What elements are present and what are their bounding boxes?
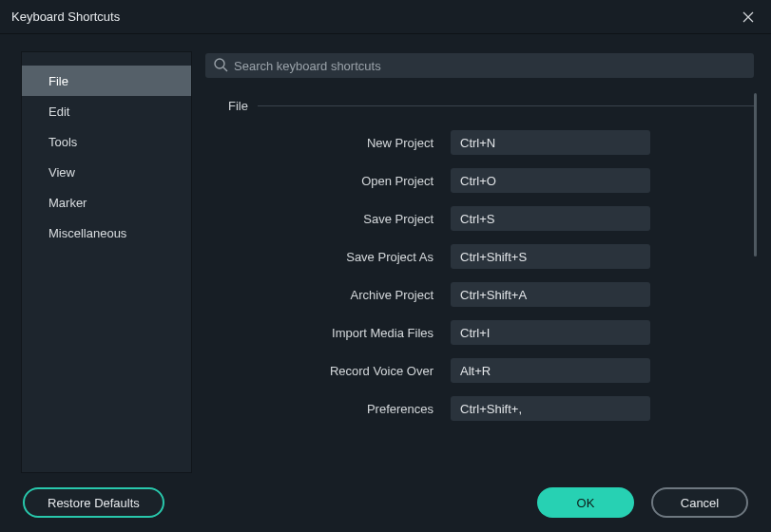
sidebar-item-label: Edit	[48, 104, 69, 119]
search-icon	[213, 57, 228, 75]
shortcut-row: Open Project Ctrl+O	[205, 168, 735, 193]
sidebar-item-label: File	[48, 74, 68, 88]
shortcut-row: Archive Project Ctrl+Shift+A	[205, 282, 735, 307]
search-input[interactable]	[234, 59, 746, 73]
dialog-title: Keyboard Shortcuts	[11, 10, 120, 24]
shortcut-label: Archive Project	[205, 288, 434, 302]
shortcut-keys: Ctrl+O	[460, 174, 496, 188]
shortcut-field[interactable]: Alt+R	[451, 358, 650, 383]
svg-line-1	[223, 67, 227, 71]
shortcut-field[interactable]: Ctrl+S	[451, 206, 650, 231]
footer-right: OK Cancel	[537, 487, 748, 518]
shortcut-label: Record Voice Over	[205, 364, 434, 378]
sidebar-item-view[interactable]: View	[22, 157, 191, 187]
cancel-button[interactable]: Cancel	[651, 487, 748, 518]
divider	[258, 105, 754, 106]
shortcut-label: Open Project	[205, 174, 434, 188]
shortcut-label: Save Project As	[205, 250, 434, 264]
shortcut-rows: New Project Ctrl+N Open Project Ctrl+O S…	[205, 130, 754, 421]
sidebar-item-tools[interactable]: Tools	[22, 126, 191, 157]
content-area: File Edit Tools View Marker Miscellaneou…	[0, 34, 771, 473]
sidebar-item-marker[interactable]: Marker	[22, 187, 191, 218]
shortcut-row: Import Media Files Ctrl+I	[205, 320, 735, 345]
search-bar[interactable]	[205, 53, 754, 78]
sidebar-item-edit[interactable]: Edit	[22, 96, 191, 126]
close-icon[interactable]	[737, 6, 760, 28]
section-title: File	[228, 99, 248, 113]
shortcut-label: Import Media Files	[205, 326, 434, 340]
button-label: Cancel	[681, 496, 719, 510]
shortcut-row: Preferences Ctrl+Shift+,	[205, 396, 735, 421]
shortcut-row: Record Voice Over Alt+R	[205, 358, 735, 383]
shortcut-keys: Ctrl+N	[460, 136, 495, 150]
shortcut-keys: Ctrl+S	[460, 212, 494, 226]
shortcut-keys: Ctrl+Shift+A	[460, 288, 527, 302]
shortcut-field[interactable]: Ctrl+N	[451, 130, 650, 155]
shortcut-label: Preferences	[205, 402, 434, 416]
restore-defaults-button[interactable]: Restore Defaults	[23, 487, 164, 518]
button-label: Restore Defaults	[48, 496, 140, 510]
shortcut-keys: Ctrl+I	[460, 326, 490, 340]
scrollbar-thumb[interactable]	[754, 93, 757, 256]
shortcut-label: Save Project	[205, 212, 434, 226]
ok-button[interactable]: OK	[537, 487, 634, 518]
sidebar-item-miscellaneous[interactable]: Miscellaneous	[22, 218, 191, 248]
svg-point-0	[215, 59, 224, 68]
shortcut-keys: Alt+R	[460, 364, 491, 378]
shortcut-row: New Project Ctrl+N	[205, 130, 735, 155]
shortcut-keys: Ctrl+Shift+S	[460, 250, 527, 264]
category-sidebar: File Edit Tools View Marker Miscellaneou…	[21, 51, 192, 473]
shortcut-field[interactable]: Ctrl+Shift+A	[451, 282, 650, 307]
shortcut-row: Save Project Ctrl+S	[205, 206, 735, 231]
shortcut-field[interactable]: Ctrl+O	[451, 168, 650, 193]
sidebar-item-file[interactable]: File	[22, 66, 191, 96]
shortcut-row: Save Project As Ctrl+Shift+S	[205, 244, 735, 269]
shortcut-field[interactable]: Ctrl+Shift+S	[451, 244, 650, 269]
titlebar: Keyboard Shortcuts	[0, 0, 771, 34]
shortcut-field[interactable]: Ctrl+Shift+,	[451, 396, 650, 421]
section-header: File	[228, 99, 754, 113]
sidebar-item-label: Miscellaneous	[48, 226, 126, 240]
shortcut-field[interactable]: Ctrl+I	[451, 320, 650, 345]
button-label: OK	[577, 496, 595, 510]
sidebar-item-label: Tools	[48, 135, 77, 149]
shortcut-label: New Project	[205, 136, 434, 150]
sidebar-item-label: View	[48, 165, 75, 180]
main-panel: File New Project Ctrl+N Open Project Ctr…	[205, 51, 754, 473]
sidebar-item-label: Marker	[48, 196, 87, 210]
shortcut-keys: Ctrl+Shift+,	[460, 402, 522, 416]
footer: Restore Defaults OK Cancel	[0, 473, 771, 532]
